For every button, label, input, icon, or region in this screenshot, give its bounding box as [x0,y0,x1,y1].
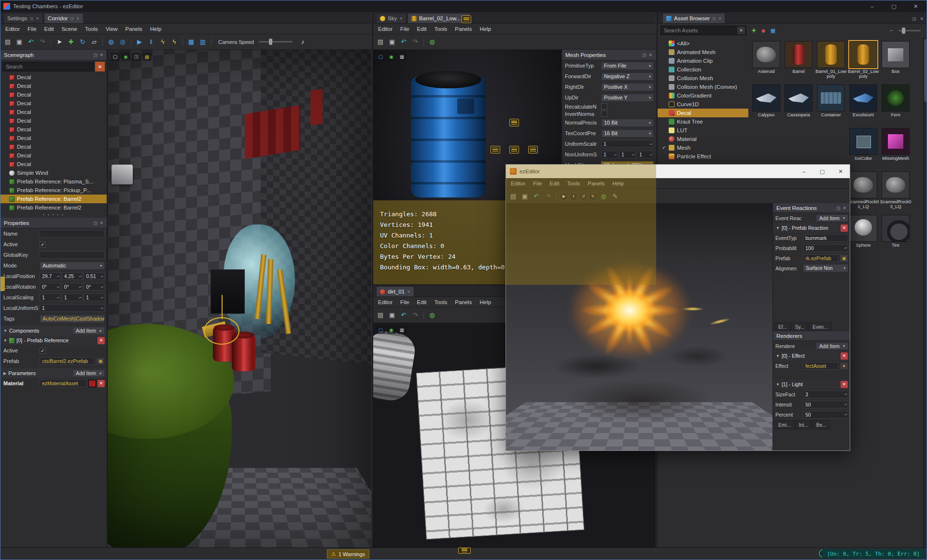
asset-type-item[interactable]: LUT [658,126,748,135]
translate-tool-icon[interactable]: ✚ [66,37,76,47]
spinner[interactable]: ▴▾ [614,154,617,156]
asset-item[interactable]: ScannedRock02_LQ [847,171,879,215]
selection-gizmo[interactable] [204,317,239,345]
position-z-field[interactable]: 0.51▴▾ [84,272,105,280]
remove-reaction-button[interactable]: ✕ [841,224,848,232]
menu-item[interactable]: Panels [451,299,476,305]
scenegraph-item[interactable]: Decal [0,108,107,116]
asset-search-input[interactable]: Search Assets ✕ [660,26,746,35]
name-input[interactable] [40,230,105,238]
pin-icon[interactable]: ✎ [610,191,620,202]
redo-icon[interactable]: ↷ [410,310,421,321]
uniformscaling-field[interactable]: 1▴▾ [601,140,654,148]
filter-grid-icon[interactable]: ▦ [769,26,777,35]
component-header[interactable]: ▼ [0] - Prefab Reference ✕ [0,336,107,345]
alignment-dropdown[interactable]: Surface Non▾ [803,264,848,272]
scaling-y-field[interactable]: 1▴▾ [62,294,83,301]
asset-grid-scrollbar[interactable] [923,37,927,548]
grid-toggle-icon[interactable]: ▦ [186,37,197,47]
menu-item[interactable]: File [396,299,413,305]
scenegraph-item[interactable]: Prefab Reference: Pickup_P... [0,186,107,195]
sizefactor-field[interactable]: 3▴▾ [803,391,848,398]
asset-type-item[interactable]: ColorGradient [658,91,748,100]
dock-indicator-top[interactable] [509,119,519,126]
renderer-item-header[interactable]: ▼ [0] - Effect ✕ [773,351,850,361]
document-tab[interactable]: Barrel_02_Low... ✕ [407,13,470,23]
position-x-field[interactable]: 29.7▴▾ [40,272,61,280]
menu-item[interactable]: Editor [374,26,396,32]
renderer-item-header[interactable]: ▼ [1] - Light ✕ [773,379,850,389]
grid-icon[interactable]: ▦ [397,326,407,334]
spinner[interactable]: ▴▾ [844,413,847,416]
reaction-item-header[interactable]: ▼ [0] - Prefab Reaction ✕ [773,223,850,233]
scenegraph-item[interactable]: Prefab Reference: Barrel2 [0,195,107,203]
component-active-checkbox[interactable]: ✓ [40,348,46,354]
scenegraph-item[interactable]: Decal [0,99,107,108]
spinner[interactable]: ▴▾ [57,286,59,288]
property-tab[interactable]: Sy... [791,322,808,331]
uniform-scaling-field[interactable]: 1▴▾ [40,304,105,312]
menu-item[interactable]: Help [608,181,628,186]
close-button[interactable]: ✕ [905,0,927,12]
menu-item[interactable]: Panels [122,26,146,32]
rotation-x-field[interactable]: 0°▴▾ [40,283,61,291]
pause-simulation-icon[interactable]: ‖ [146,37,156,47]
particle-window-titlebar[interactable]: ezEditor – ▢ ✕ [506,165,850,178]
filter-missing-icon[interactable]: ◆ [759,26,768,35]
spinner[interactable]: ▴▾ [650,154,652,156]
asset-item[interactable]: Barrel_01_Lowpoly [815,41,847,84]
scenegraph-item[interactable]: Prefab Reference: Barrel2 [0,203,107,212]
float-tab-icon[interactable]: ◳ [30,16,34,21]
menu-item[interactable]: Tools [81,26,102,32]
render-mode-icon[interactable]: ◍ [598,191,609,202]
remove-component-button[interactable]: ✕ [98,337,105,344]
particle-preview-viewport[interactable] [506,203,772,450]
asset-item[interactable]: MissingMesh [880,128,912,171]
float-panel-icon[interactable]: ◳ [642,53,646,57]
asset-item[interactable]: Sphere [847,215,879,258]
scenegraph-item[interactable]: Prefab Reference: Plasma_S... [0,177,107,186]
scenegraph-search-input[interactable]: Search [2,62,94,71]
zoom-out-icon[interactable]: − [889,27,893,34]
spinner[interactable]: ▴▾ [650,143,652,145]
tags-dropdown[interactable]: AutoColMesh|CastShadow▾ [40,315,105,323]
asset-item[interactable]: IceCube [847,128,879,171]
forwarddir-dropdown[interactable]: Negative Z▾ [601,72,654,81]
effect-asset-field[interactable]: fectAsset [803,362,838,370]
float-tab-icon[interactable]: ◳ [712,16,716,21]
minimize-button[interactable]: – [795,165,813,178]
toolbar-icon[interactable] [423,38,424,46]
float-panel-icon[interactable]: ◳ [93,53,98,57]
menu-item[interactable]: File [24,26,41,32]
spinner[interactable]: ▴▾ [57,296,59,299]
panel-splitter[interactable]: • • • • • [0,212,107,218]
dock-indicator-bottom[interactable] [458,547,471,554]
render-mode-icon[interactable]: ◍ [427,310,437,321]
asset-type-item[interactable]: Collision Mesh (Convex) [658,83,748,91]
intensity-field[interactable]: 50▴▾ [803,401,848,408]
add-parameter-button[interactable]: Add Item▾ [72,369,105,377]
menu-item[interactable]: Panels [584,181,608,186]
float-tab-icon[interactable]: ◳ [70,16,74,21]
prefab-asset-field[interactable]: cts/Barrel2.ezPrefab [40,357,95,365]
asset-type-item[interactable]: Kraut Tree [658,117,748,126]
active-checkbox[interactable]: ✓ [40,241,46,248]
grid-icon[interactable]: ▦ [397,53,407,61]
scenegraph-item[interactable]: Decal [0,116,107,125]
filter-add-icon[interactable]: ✚ [749,26,758,35]
menu-item[interactable]: Help [476,26,495,32]
menu-item[interactable]: Editor [507,181,529,186]
toolbar-icon[interactable] [183,38,183,46]
float-panel-icon[interactable]: ◳ [836,206,841,210]
scaling-x-field[interactable]: 1▴▾ [40,294,61,301]
scenegraph-item[interactable]: Decal [0,73,107,82]
duplicate-icon[interactable]: ▣ [520,191,530,202]
asset-item[interactable]: Tire [880,215,912,258]
remove-material-button[interactable]: ✕ [98,380,105,387]
material-color-swatch[interactable] [88,380,96,387]
asset-item[interactable]: Calypso [750,84,782,128]
spinner[interactable]: ▴▾ [101,275,103,278]
close-panel-icon[interactable]: ✕ [920,16,924,21]
percent-field[interactable]: 50▴▾ [803,411,848,419]
grid-icon[interactable]: ▦ [142,53,152,61]
